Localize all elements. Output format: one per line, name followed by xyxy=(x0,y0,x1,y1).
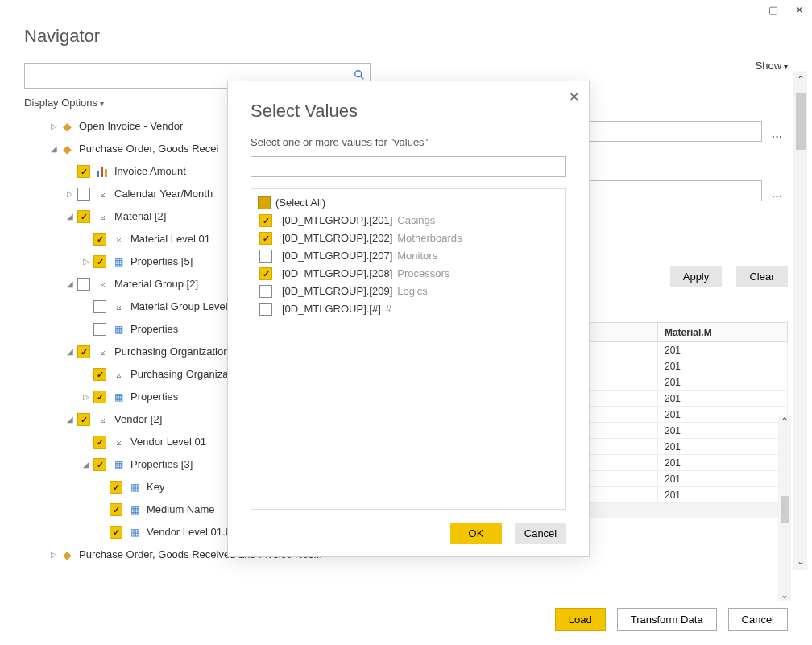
checkbox[interactable]: ✓ xyxy=(259,232,272,245)
checkbox[interactable]: ✓ xyxy=(259,214,272,227)
table-icon: ▦ xyxy=(127,481,142,494)
table-icon: ▦ xyxy=(111,323,126,336)
hierarchy-icon: ⨲ xyxy=(95,413,110,426)
checkbox-indeterminate[interactable] xyxy=(258,196,271,209)
checkbox[interactable]: ✓ xyxy=(77,165,90,178)
cube-icon: ◆ xyxy=(60,143,74,155)
expander-icon[interactable]: ▷ xyxy=(48,115,60,138)
value-row[interactable]: [0D_MTLGROUP].[209]Logics xyxy=(258,283,559,300)
expander-icon[interactable]: ◢ xyxy=(64,205,76,228)
table-icon: ▦ xyxy=(111,458,126,471)
hierarchy-icon: ⨲ xyxy=(95,345,110,358)
ellipsis-button[interactable]: ... xyxy=(767,182,788,200)
value-row[interactable]: ✓[0D_MTLGROUP].[208]Processors xyxy=(258,265,559,283)
dialog-hint: Select one or more values for "values" xyxy=(251,136,566,148)
close-icon[interactable]: ✕ xyxy=(793,3,806,16)
checkbox[interactable]: ✓ xyxy=(110,481,122,494)
hierarchy-icon: ⨲ xyxy=(95,278,110,291)
hierarchy-icon: ⨲ xyxy=(111,436,126,449)
checkbox[interactable]: ✓ xyxy=(110,526,122,539)
select-all-row[interactable]: (Select All) xyxy=(258,194,559,212)
table-icon: ▦ xyxy=(111,391,126,403)
apply-button[interactable]: Apply xyxy=(670,266,722,287)
scroll-thumb[interactable] xyxy=(781,496,789,523)
show-dropdown[interactable]: Show xyxy=(756,60,788,72)
scroll-down-icon[interactable]: ⌄ xyxy=(797,556,805,567)
scroll-up-icon[interactable]: ⌃ xyxy=(797,74,805,85)
col-header[interactable]: Material.M xyxy=(657,323,787,342)
ok-button[interactable]: OK xyxy=(450,523,502,544)
svg-line-1 xyxy=(361,76,364,79)
value-row[interactable]: [0D_MTLGROUP].[#]# xyxy=(258,300,559,318)
svg-rect-2 xyxy=(97,171,99,177)
transform-data-button[interactable]: Transform Data xyxy=(617,608,717,631)
expander-icon[interactable]: ▷ xyxy=(81,386,92,408)
table-icon: ▦ xyxy=(127,526,142,539)
checkbox[interactable]: ✓ xyxy=(259,267,272,280)
checkbox[interactable]: ✓ xyxy=(77,210,90,223)
checkbox[interactable]: ✓ xyxy=(93,255,106,268)
bar-chart-icon xyxy=(95,165,110,178)
svg-rect-4 xyxy=(105,169,107,177)
preview-vertical-scrollbar[interactable]: ⌃⌄ xyxy=(778,416,791,601)
load-button[interactable]: Load xyxy=(555,608,606,631)
modal-cancel-button[interactable]: Cancel xyxy=(515,523,566,544)
checkbox[interactable]: ✓ xyxy=(77,413,90,426)
hierarchy-icon: ⨲ xyxy=(95,210,110,223)
hierarchy-icon: ⨲ xyxy=(111,300,126,313)
values-list: (Select All) ✓[0D_MTLGROUP].[201]Casings… xyxy=(251,188,566,510)
checkbox[interactable] xyxy=(77,188,90,201)
dialog-title: Select Values xyxy=(251,101,566,122)
checkbox[interactable]: ✓ xyxy=(93,391,106,403)
page-title: Navigator xyxy=(24,26,812,47)
checkbox[interactable]: ✓ xyxy=(93,233,106,246)
expander-icon[interactable]: ◢ xyxy=(81,453,92,476)
expander-icon[interactable]: ▷ xyxy=(64,183,76,205)
close-icon[interactable]: ✕ xyxy=(569,89,579,105)
select-values-dialog: ✕ Select Values Select one or more value… xyxy=(227,81,590,557)
scroll-up-icon[interactable]: ⌃ xyxy=(781,416,789,427)
checkbox[interactable] xyxy=(93,300,106,313)
checkbox[interactable]: ✓ xyxy=(93,436,106,449)
cube-icon: ◆ xyxy=(60,120,74,133)
value-row[interactable]: [0D_MTLGROUP].[207]Monitors xyxy=(258,247,559,265)
footer-buttons: Load Transform Data Cancel xyxy=(555,608,788,631)
table-icon: ▦ xyxy=(111,255,126,268)
value-row[interactable]: ✓[0D_MTLGROUP].[202]Motherboards xyxy=(258,229,559,247)
maximize-icon[interactable]: ▢ xyxy=(767,3,780,16)
expander-icon[interactable]: ◢ xyxy=(64,408,76,431)
expander-icon[interactable]: ◢ xyxy=(48,138,60,160)
checkbox[interactable]: ✓ xyxy=(93,458,106,471)
cancel-button[interactable]: Cancel xyxy=(728,608,788,631)
checkbox[interactable]: ✓ xyxy=(93,368,106,381)
checkbox[interactable]: ✓ xyxy=(110,503,122,516)
vertical-scrollbar[interactable]: ⌃ ⌄ xyxy=(793,71,807,570)
value-row[interactable]: ✓[0D_MTLGROUP].[201]Casings xyxy=(258,212,559,229)
expander-icon[interactable]: ▷ xyxy=(48,544,60,566)
checkbox[interactable] xyxy=(93,323,106,336)
hierarchy-icon: ⨲ xyxy=(111,368,126,381)
checkbox[interactable]: ✓ xyxy=(77,345,90,358)
checkbox[interactable] xyxy=(259,303,272,316)
expander-icon[interactable]: ◢ xyxy=(64,273,76,296)
ellipsis-button[interactable]: ... xyxy=(767,122,788,140)
filter-input-wrapper[interactable] xyxy=(251,156,566,177)
svg-point-0 xyxy=(355,70,362,76)
svg-rect-3 xyxy=(101,167,103,177)
checkbox[interactable] xyxy=(259,285,272,298)
expander-icon[interactable]: ◢ xyxy=(64,341,76,363)
checkbox[interactable] xyxy=(259,250,272,263)
expander-icon[interactable]: ▷ xyxy=(81,250,92,273)
scroll-thumb[interactable] xyxy=(796,93,806,150)
filter-input[interactable] xyxy=(256,159,561,175)
hierarchy-icon: ⨲ xyxy=(95,188,110,201)
checkbox[interactable] xyxy=(77,278,90,291)
scroll-down-icon[interactable]: ⌄ xyxy=(781,589,789,601)
table-icon: ▦ xyxy=(127,503,142,516)
hierarchy-icon: ⨲ xyxy=(111,233,126,246)
clear-button[interactable]: Clear xyxy=(736,266,788,287)
cube-icon: ◆ xyxy=(60,548,74,561)
